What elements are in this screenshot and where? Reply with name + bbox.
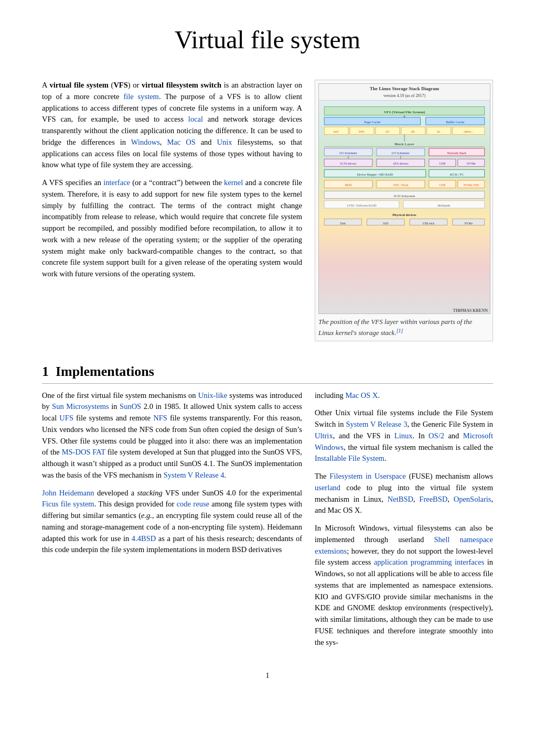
section-1-heading: 1 Implementations [42, 361, 493, 384]
link-local[interactable]: local [188, 115, 203, 123]
svg-text:HDD: HDD [345, 183, 352, 187]
svg-text:NVMe: NVMe [464, 221, 473, 224]
link-ufs[interactable]: UFS [59, 414, 73, 422]
diagram-image: The Linux Storage Stack Diagram version … [318, 83, 490, 314]
svg-text:VFS (Virtual File System): VFS (Virtual File System) [384, 110, 425, 114]
section-1-body: One of the first virtual file system mec… [42, 390, 493, 655]
link-ficus[interactable]: Ficus file system [42, 500, 94, 508]
svg-text:SSD: SSD [383, 221, 388, 224]
link-msdos[interactable]: MS-DOS FAT [62, 448, 105, 456]
intro-paragraph-2: A VFS specifies an interface (or a “cont… [42, 177, 302, 280]
svg-text:btrfs: btrfs [359, 130, 364, 133]
link-heidemann[interactable]: John Heidemann [42, 489, 94, 497]
svg-text:Page Cache: Page Cache [364, 120, 380, 124]
svg-text:fat: fat [437, 130, 440, 133]
link-codereuse[interactable]: code reuse [177, 500, 209, 508]
svg-text:Block Layer: Block Layer [394, 142, 414, 146]
svg-text:USB: USB [439, 183, 445, 187]
link-fuse-long[interactable]: Filesystem in Userspace [329, 472, 405, 480]
section-1-right: including Mac OS X. Other Unix virtual f… [315, 390, 493, 655]
diagram-author: THØMAS KRENN [453, 308, 488, 314]
link-ultrix[interactable]: Ultrix [315, 431, 333, 440]
link-macosx[interactable]: Mac OS X [345, 391, 378, 399]
link-kernel[interactable]: kernel [224, 178, 243, 187]
svg-text:SCSI Subsystem: SCSI Subsystem [394, 194, 415, 197]
link-filesystem[interactable]: file system [123, 92, 159, 101]
page-number: 1 [42, 670, 493, 681]
svg-text:I/O Scheduler: I/O Scheduler [392, 152, 410, 155]
svg-text:LVM / Software RAID: LVM / Software RAID [347, 203, 377, 207]
svg-text:iSCSI / FC: iSCSI / FC [450, 172, 464, 176]
intro-p2-end: and a concrete file system. Therefore, i… [42, 178, 302, 278]
term-vfs-bold: virtual file system [49, 81, 108, 89]
link-sysv[interactable]: System V Release 4 [164, 471, 224, 479]
link-netbsd[interactable]: NetBSD [388, 495, 413, 503]
svg-text:nfs: nfs [411, 130, 415, 133]
citation-1: [1] [397, 327, 403, 333]
diagram-title: The Linux Storage Stack Diagram version … [319, 84, 490, 101]
link-sysv3[interactable]: System V Release 3 [346, 420, 408, 428]
svg-text:USB: USB [439, 162, 445, 165]
intro-p2-pre: A VFS specifies an [42, 178, 103, 187]
diagram-inner: VFS (Virtual File System) Page Cache Buf… [319, 101, 490, 315]
link-opensolaris[interactable]: OpenSolaris [454, 495, 491, 503]
figure-container: The Linux Storage Stack Diagram version … [315, 80, 493, 345]
link-interface[interactable]: interface [103, 178, 130, 187]
link-macos[interactable]: Mac OS [167, 138, 195, 146]
diagram-svg: VFS (Virtual File System) Page Cache Buf… [319, 101, 490, 315]
svg-text:USB stick: USB stick [422, 221, 434, 224]
svg-text:ATA drivers: ATA drivers [393, 162, 409, 165]
svg-text:NVMe SSD: NVMe SSD [463, 183, 479, 187]
svg-text:I/O Scheduler: I/O Scheduler [339, 152, 357, 155]
term-vfs-abbr: VFS [113, 81, 127, 89]
intro-section: A virtual file system (VFS) or virtual f… [42, 80, 493, 345]
link-unixlike[interactable]: Unix-like [198, 391, 228, 399]
link-freebsd[interactable]: FreeBSD [419, 495, 447, 503]
section1-right-p3: The Filesystem in Userspace (FUSE) mecha… [315, 471, 493, 516]
svg-text:Buffer Cache: Buffer Cache [446, 120, 464, 124]
section1-paragraph-1: One of the first virtual file system mec… [42, 390, 302, 481]
intro-text: A virtual file system (VFS) or virtual f… [42, 80, 302, 345]
svg-text:Device Mapper / MD RAID: Device Mapper / MD RAID [357, 172, 393, 176]
link-nfs[interactable]: NFS [153, 414, 167, 422]
svg-text:xfs: xfs [386, 130, 389, 133]
link-userland[interactable]: userland [315, 483, 340, 492]
intro-comma1: , [160, 138, 167, 146]
section1-right-p4: In Microsoft Windows, virtual filesystem… [315, 523, 493, 648]
svg-text:Disk: Disk [340, 221, 346, 224]
link-linux[interactable]: Linux [394, 431, 413, 440]
section-1-left: One of the first virtual file system mec… [42, 390, 302, 655]
link-windows[interactable]: Windows [131, 138, 160, 146]
term-vfs-switch: virtual filesystem switch [142, 81, 221, 89]
link-4bsd[interactable]: 4.4BSD [132, 534, 156, 543]
figure-box: The Linux Storage Stack Diagram version … [315, 80, 493, 341]
svg-text:SSD / Flash: SSD / Flash [393, 183, 408, 187]
svg-text:Network Stack: Network Stack [447, 152, 467, 155]
diagram-subtitle: version 4.10 (as of 2017) [320, 93, 489, 99]
section1-paragraph-2: John Heidemann developed a stacking VFS … [42, 488, 302, 556]
link-ifs[interactable]: Installable File System [315, 454, 384, 462]
svg-text:NVMe: NVMe [467, 162, 476, 165]
page-title: Virtual file system [42, 21, 493, 59]
link-api[interactable]: application programming interfaces [374, 558, 485, 566]
link-unix[interactable]: Unix [217, 138, 232, 146]
intro-paragraph-1: A virtual file system (VFS) or virtual f… [42, 80, 302, 171]
section1-right-p2: Other Unix virtual file systems include … [315, 407, 493, 465]
link-sunos[interactable]: SunOS [120, 402, 141, 411]
svg-text:SCSI drivers: SCSI drivers [340, 162, 357, 165]
intro-and1: and [196, 138, 217, 146]
section1-right-p1: including Mac OS X. [315, 390, 493, 402]
link-os2[interactable]: OS/2 [429, 431, 444, 440]
svg-text:Physical devices: Physical devices [392, 213, 416, 217]
svg-text:others...: others... [464, 130, 473, 133]
link-sun[interactable]: Sun Microsystems [52, 402, 109, 411]
intro-p2-cont: (or a “contract”) between the [130, 178, 224, 187]
figure-caption: The position of the VFS layer within var… [318, 317, 489, 338]
svg-text:Multipath: Multipath [437, 203, 450, 207]
svg-text:ext4: ext4 [334, 130, 339, 133]
